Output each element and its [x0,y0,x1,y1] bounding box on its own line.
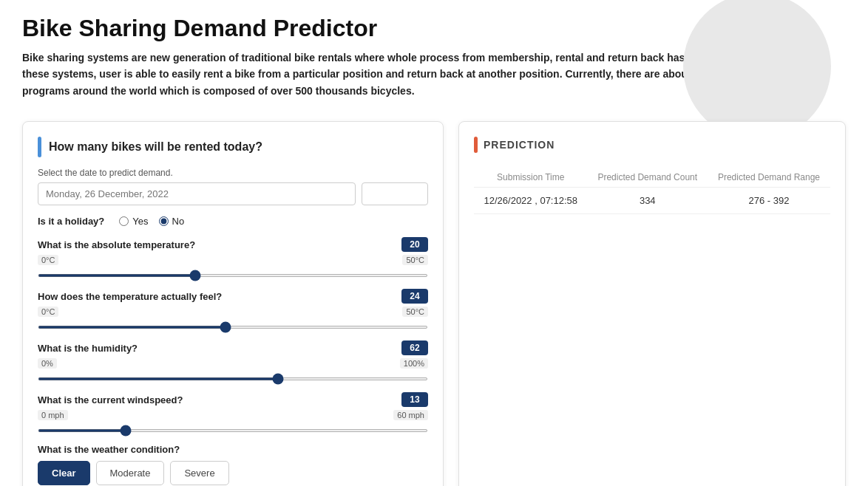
weather-moderate-button[interactable]: Moderate [96,461,165,485]
table-header-row: Submission Time Predicted Demand Count P… [474,168,830,188]
prediction-bar [474,137,478,153]
prediction-panel: PREDICTION Submission Time Predicted Dem… [458,121,846,486]
holiday-radio-group: Yes No [119,216,184,227]
prediction-header: PREDICTION [474,137,830,153]
panel-header-title: How many bikes will be rented today? [49,140,262,154]
abs-temp-question: What is the absolute temperature? [38,239,195,250]
humidity-header: What is the humidity? 62 [38,340,428,355]
weather-section: What is the weather condition? Clear Mod… [38,444,428,485]
input-panel: How many bikes will be rented today? Sel… [22,121,444,486]
feel-temp-slider[interactable] [38,326,428,329]
humidity-slider[interactable] [38,377,428,380]
weather-severe-button[interactable]: Severe [170,461,228,485]
humidity-min-label: 0% [38,358,57,369]
prediction-title: PREDICTION [484,139,555,151]
prediction-table: Submission Time Predicted Demand Count P… [474,168,830,214]
abs-temp-header: What is the absolute temperature? 20 [38,237,428,252]
holiday-no-label: No [172,216,185,227]
feel-temp-min-label: 0°C [38,307,58,317]
feel-temp-range-row: 0°C 50°C [38,307,428,317]
abs-temp-slider[interactable] [38,274,428,277]
humidity-value: 62 [401,340,428,355]
col-submission-time: Submission Time [474,168,588,188]
windspeed-question: What is the current windspeed? [38,394,183,405]
feel-temp-question: How does the temperature actually feel? [38,291,222,302]
humidity-section: What is the humidity? 62 0% 100% [38,340,428,383]
cell-submission-time: 12/26/2022 , 07:12:58 [474,188,588,214]
weather-clear-button[interactable]: Clear [38,461,90,485]
date-section-label: Select the date to predict demand. [38,168,428,178]
holiday-no-option[interactable]: No [159,216,185,227]
cell-predicted-count: 334 [588,188,708,214]
col-predicted-count: Predicted Demand Count [588,168,708,188]
windspeed-section: What is the current windspeed? 13 0 mph … [38,392,428,435]
windspeed-max-label: 60 mph [393,410,428,420]
weather-buttons-group: Clear Moderate Severe [38,461,428,485]
col-predicted-range: Predicted Demand Range [708,168,830,188]
date-time-row: 8:00 PM [38,182,428,205]
holiday-row: Is it a holiday? Yes No [38,216,428,227]
holiday-yes-label: Yes [132,216,148,227]
panel-header: How many bikes will be rented today? [38,137,428,157]
humidity-max-label: 100% [400,358,428,369]
abs-temp-min-label: 0°C [38,255,58,265]
humidity-question: What is the humidity? [38,343,138,354]
feel-temp-max-label: 50°C [402,307,428,317]
page-description: Bike sharing systems are new generation … [22,49,835,99]
date-input[interactable] [38,182,356,205]
abs-temp-range-row: 0°C 50°C [38,255,428,265]
cell-predicted-range: 276 - 392 [708,188,830,214]
humidity-range-row: 0% 100% [38,358,428,369]
windspeed-min-label: 0 mph [38,410,68,420]
windspeed-header: What is the current windspeed? 13 [38,392,428,407]
windspeed-slider[interactable] [38,429,428,432]
feel-temp-section: How does the temperature actually feel? … [38,289,428,332]
feel-temp-value: 24 [401,289,428,304]
holiday-yes-option[interactable]: Yes [119,216,148,227]
abs-temp-section: What is the absolute temperature? 20 0°C… [38,237,428,280]
holiday-no-radio[interactable] [159,216,169,226]
page-title: Bike Sharing Demand Predictor [22,15,846,42]
time-input[interactable]: 8:00 PM [362,182,428,205]
abs-temp-max-label: 50°C [402,255,428,265]
abs-temp-value: 20 [401,237,428,252]
windspeed-value: 13 [401,392,428,407]
feel-temp-header: How does the temperature actually feel? … [38,289,428,304]
weather-label: What is the weather condition? [38,444,428,455]
holiday-label: Is it a holiday? [38,216,104,227]
holiday-yes-radio[interactable] [119,216,129,226]
main-layout: How many bikes will be rented today? Sel… [22,121,846,486]
windspeed-range-row: 0 mph 60 mph [38,410,428,420]
table-row: 12/26/2022 , 07:12:58 334 276 - 392 [474,188,830,214]
panel-header-bar [38,137,41,157]
